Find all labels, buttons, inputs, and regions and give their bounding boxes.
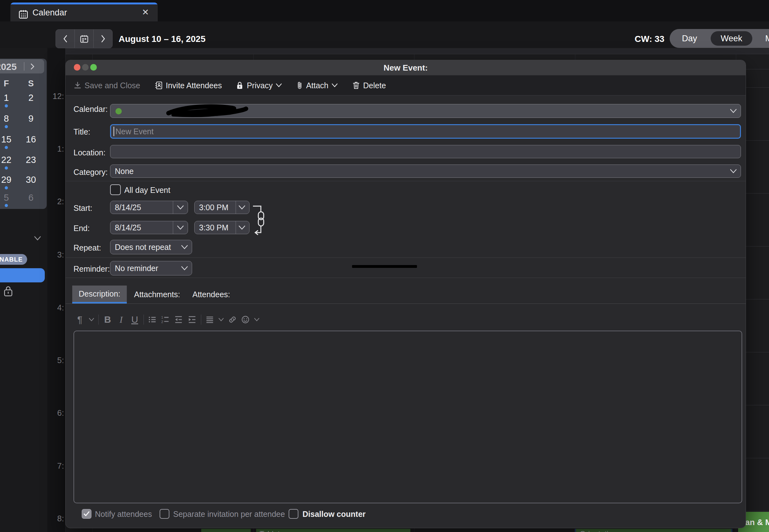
dialog-toolbar: Save and Close Invite Attendees Privacy <box>66 76 746 95</box>
time-label: 4: <box>57 303 64 312</box>
calendar-week-number: CW: 33 <box>635 34 664 44</box>
event-dot <box>5 186 8 189</box>
mini-date-next-month[interactable]: 6 <box>21 193 41 203</box>
numbered-list-icon[interactable]: 1 2 <box>161 315 170 324</box>
tab-title: Calendar <box>32 8 67 18</box>
next-month-chevron-icon[interactable] <box>29 63 36 70</box>
reminder-field-label: Reminder: <box>73 264 110 274</box>
chevron-down-icon <box>331 83 338 88</box>
prev-week-button[interactable] <box>56 30 74 48</box>
event-dot <box>5 146 8 149</box>
background-event-tabletop[interactable]: Tabletop <box>256 529 410 532</box>
divider <box>24 62 24 71</box>
divider <box>66 278 746 278</box>
indent-icon[interactable] <box>187 315 197 324</box>
repeat-value: Does not repeat <box>115 243 171 252</box>
sidebar-collapse-chevron-icon[interactable] <box>33 234 42 242</box>
dialog-title-bar: New Event: <box>66 60 746 75</box>
category-select[interactable]: None <box>110 165 741 178</box>
chevron-down-icon <box>238 225 246 230</box>
new-event-dialog: New Event: Save and Close Invite Attende… <box>65 60 746 528</box>
background-event-orientation[interactable]: Orientation <box>575 529 732 532</box>
attach-dropdown[interactable]: Attach <box>296 81 338 90</box>
bold-button[interactable]: B <box>103 313 112 326</box>
invite-attendees-button[interactable]: Invite Attendees <box>154 81 222 90</box>
background-event[interactable] <box>201 529 251 532</box>
title-input[interactable] <box>110 124 741 139</box>
link-icon[interactable] <box>228 315 237 324</box>
tab-description[interactable]: Description: <box>72 286 127 304</box>
start-time-combo[interactable]: 3:00 PM <box>194 201 250 214</box>
selected-calendar-item[interactable] <box>0 268 45 282</box>
next-week-button[interactable] <box>93 30 112 48</box>
align-icon[interactable] <box>205 315 214 324</box>
repeat-select[interactable]: Does not repeat <box>110 240 192 254</box>
divider <box>173 201 173 214</box>
time-label: 8: <box>57 514 64 523</box>
divider <box>66 257 746 258</box>
all-day-checkbox[interactable] <box>110 184 121 195</box>
category-value: None <box>115 167 134 176</box>
lock-icon <box>3 284 13 298</box>
mini-date[interactable]: 23 <box>21 155 41 165</box>
calendar-select[interactable] <box>110 104 741 118</box>
browser-tab-bar: Calendar ✕ <box>0 0 769 21</box>
svg-text:1: 1 <box>161 315 163 319</box>
underline-button[interactable]: U <box>130 313 139 326</box>
lock-icon <box>236 81 244 90</box>
chevron-down-icon <box>180 265 188 271</box>
outdent-icon[interactable] <box>174 315 183 324</box>
emoji-icon[interactable] <box>241 315 250 324</box>
mini-date[interactable]: 30 <box>21 175 41 185</box>
mini-date[interactable]: 15 <box>0 134 16 145</box>
tab-attachments[interactable]: Attachments: <box>134 290 180 299</box>
mini-calendar-year: 2025 <box>0 61 17 72</box>
view-day-button[interactable]: Day <box>677 34 702 43</box>
link-times-icon[interactable] <box>252 204 269 236</box>
chevron-left-icon <box>62 34 69 43</box>
separate-invitation-checkbox[interactable] <box>159 509 169 519</box>
start-date-combo[interactable]: 8/14/25 <box>110 201 188 214</box>
mini-date[interactable]: 29 <box>0 175 16 185</box>
enable-badge[interactable]: ENABLE <box>0 254 27 265</box>
view-week-button[interactable]: Week <box>711 31 752 46</box>
italic-button[interactable]: I <box>116 313 126 326</box>
today-button[interactable] <box>74 30 93 48</box>
chevron-down-icon[interactable] <box>89 318 94 322</box>
mini-date[interactable]: 1 <box>0 93 16 103</box>
mini-date[interactable]: 2 <box>21 93 41 103</box>
browser-tab-calendar[interactable]: Calendar ✕ <box>10 3 158 21</box>
tab-description-label: Description: <box>79 289 120 298</box>
separate-invitation-label: Separate invitation per attendee <box>173 510 285 519</box>
view-month-button[interactable]: M <box>765 34 769 43</box>
chevron-down-icon[interactable] <box>254 318 260 322</box>
chevron-down-icon[interactable] <box>218 318 224 322</box>
chevron-down-icon <box>275 83 282 88</box>
all-day-row <box>66 48 769 54</box>
location-input[interactable] <box>110 145 741 158</box>
reminder-select[interactable]: No reminder <box>110 261 192 275</box>
date-range-title: August 10 – 16, 2025 <box>118 34 205 44</box>
end-date-combo[interactable]: 8/14/25 <box>110 221 188 234</box>
mini-date[interactable]: 8 <box>0 113 16 124</box>
delete-button[interactable]: Delete <box>352 81 386 90</box>
description-editor[interactable] <box>73 331 742 503</box>
mini-date[interactable]: 9 <box>21 113 41 124</box>
end-time-combo[interactable]: 3:30 PM <box>194 221 250 234</box>
bullet-list-icon[interactable] <box>148 315 157 324</box>
time-label: 3: <box>57 250 64 259</box>
mini-date[interactable]: 22 <box>0 155 16 165</box>
paragraph-style-button[interactable]: ¶ <box>75 313 84 326</box>
disallow-counter-label: Disallow counter <box>303 510 366 519</box>
location-field-label: Location: <box>73 148 105 157</box>
privacy-dropdown[interactable]: Privacy <box>236 81 282 90</box>
notify-attendees-checkbox[interactable] <box>82 509 91 519</box>
save-and-close-button[interactable]: Save and Close <box>73 81 140 90</box>
chevron-down-icon <box>176 225 184 230</box>
tab-attendees[interactable]: Attendees: <box>193 290 230 299</box>
mini-date-next-month[interactable]: 5 <box>0 193 16 203</box>
time-label: 6: <box>57 408 64 418</box>
disallow-counter-checkbox[interactable] <box>289 509 298 519</box>
mini-date[interactable]: 16 <box>21 134 41 145</box>
close-icon[interactable]: ✕ <box>139 7 152 18</box>
